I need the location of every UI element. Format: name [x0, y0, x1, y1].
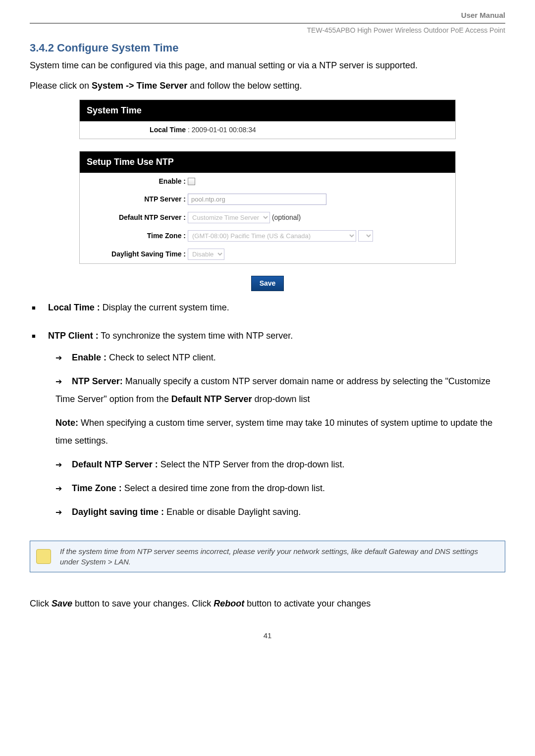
bullet-ntp-client-desc: To synchronize the system time with NTP … — [99, 331, 293, 341]
intro-paragraph-1: System time can be configured via this p… — [30, 59, 505, 72]
time-zone-label: Time Zone : — [84, 231, 188, 241]
page-header-label: User Manual — [30, 10, 505, 21]
sub-enable-desc: Check to select NTP client. — [107, 353, 216, 362]
system-time-panel: System Time Local Time : 2009-01-01 00:0… — [79, 100, 456, 139]
product-name: TEW-455APBO High Power Wireless Outdoor … — [30, 25, 505, 36]
local-time-row: Local Time : 2009-01-01 00:08:34 — [80, 121, 455, 139]
sub-default-ntp: Default NTP Server : Select the NTP Serv… — [55, 455, 505, 473]
sub-dst-desc: Enable or disable Daylight saving. — [164, 507, 301, 517]
bullet-ntp-client: NTP Client : To synchronize the system t… — [32, 329, 505, 521]
sub-enable: Enable : Check to select NTP client. — [55, 349, 505, 366]
bullet-local-time-label: Local Time : — [48, 302, 100, 312]
sub-ntp-server-desc-bold: Default NTP Server — [171, 394, 252, 404]
ntp-server-label: NTP Server : — [84, 194, 188, 204]
default-ntp-select[interactable]: Customize Time Server — [188, 212, 270, 223]
enable-row: Enable : — [80, 173, 455, 190]
closing-paragraph: Click Save button to save your changes. … — [30, 597, 505, 610]
callout-note-box: If the system time from NTP server seems… — [30, 541, 505, 572]
time-zone-select[interactable]: (GMT-08:00) Pacific Time (US & Canada) — [188, 230, 356, 242]
system-time-header: System Time — [80, 100, 455, 121]
enable-checkbox[interactable] — [188, 178, 195, 185]
default-ntp-row: Default NTP Server : Customize Time Serv… — [80, 208, 455, 227]
sub-default-ntp-label: Default NTP Server : — [72, 459, 158, 469]
sub-default-ntp-desc: Select the NTP Server from the drop-down… — [158, 459, 345, 469]
note-label: Note: — [55, 418, 78, 428]
dst-label: Daylight Saving Time : — [84, 249, 188, 259]
sub-ntp-server-desc-post: drop-down list — [252, 394, 310, 404]
callout-text: If the system time from NTP server seems… — [60, 547, 478, 566]
default-ntp-label: Default NTP Server : — [84, 212, 188, 223]
sub-tz-desc: Select a desired time zone from the drop… — [122, 483, 325, 493]
closing-save: Save — [52, 599, 72, 608]
sub-dst: Daylight saving time : Enable or disable… — [55, 503, 505, 521]
setup-ntp-header: Setup Time Use NTP — [80, 151, 455, 173]
default-ntp-optional: (optional) — [272, 213, 301, 221]
intro2-post: and follow the below setting. — [187, 81, 302, 91]
ntp-server-input[interactable] — [188, 194, 326, 205]
page-number: 41 — [30, 630, 505, 642]
sub-dst-label: Daylight saving time : — [72, 507, 164, 517]
dst-row: Daylight Saving Time : Disable — [80, 245, 455, 263]
sub-tz-label: Time Zone : — [72, 483, 122, 493]
bullet-ntp-client-label: NTP Client : — [48, 331, 99, 341]
sub-ntp-server: NTP Server: Manually specify a custom NT… — [55, 372, 505, 408]
setup-ntp-panel: Setup Time Use NTP Enable : NTP Server :… — [79, 151, 456, 264]
sub-time-zone: Time Zone : Select a desired time zone f… — [55, 479, 505, 497]
closing-pre: Click — [30, 599, 52, 608]
time-zone-extra-select[interactable] — [358, 230, 373, 242]
sub-enable-label: Enable : — [72, 353, 107, 362]
intro2-bold: System -> Time Server — [92, 81, 187, 91]
time-zone-row: Time Zone : (GMT-08:00) Pacific Time (US… — [80, 227, 455, 245]
local-time-value: : 2009-01-01 00:08:34 — [188, 125, 451, 135]
save-button[interactable]: Save — [251, 276, 284, 291]
note-desc: When specifying a custom time server, sy… — [55, 418, 492, 446]
sub-ntp-server-label: NTP Server: — [72, 376, 123, 386]
intro-paragraph-2: Please click on System -> Time Server an… — [30, 79, 505, 93]
bullet-local-time: Local Time : Display the current system … — [32, 301, 505, 314]
local-time-label: Local Time — [84, 125, 188, 135]
dst-select[interactable]: Disable — [188, 249, 224, 260]
closing-post: button to activate your changes — [244, 599, 371, 608]
note-icon — [36, 549, 51, 564]
closing-mid: button to save your changes. Click — [72, 599, 214, 608]
note-block: Note: When specifying a custom time serv… — [55, 414, 505, 450]
ntp-server-row: NTP Server : — [80, 190, 455, 208]
bullet-local-time-desc: Display the current system time. — [100, 302, 229, 312]
intro2-pre: Please click on — [30, 81, 92, 91]
closing-reboot: Reboot — [214, 599, 244, 608]
section-heading: 3.4.2 Configure System Time — [30, 40, 505, 56]
enable-label: Enable : — [84, 176, 188, 187]
